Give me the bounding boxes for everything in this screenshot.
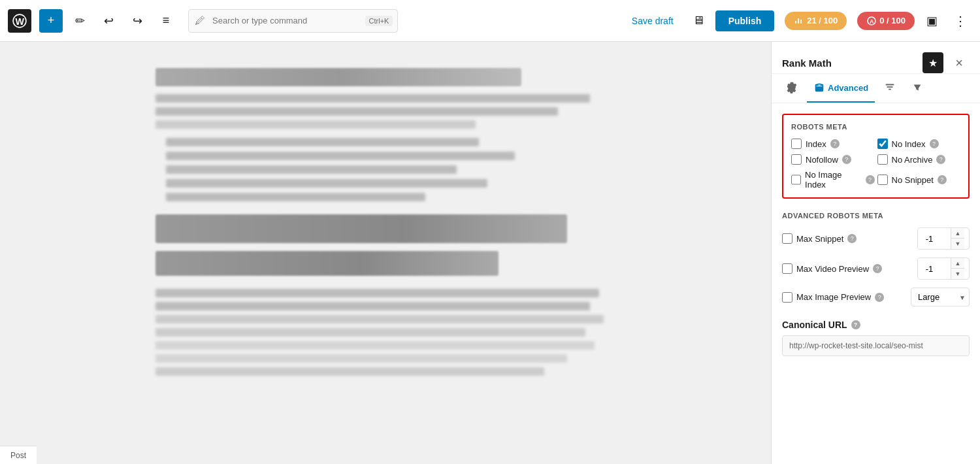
index-checkbox[interactable] — [791, 139, 802, 149]
index-checkbox-item: Index ? — [791, 139, 875, 149]
max-video-up[interactable]: ▲ — [951, 258, 964, 269]
content-line — [155, 107, 558, 116]
no-snippet-help-icon[interactable]: ? — [938, 175, 947, 184]
max-video-help-icon[interactable]: ? — [873, 264, 882, 273]
content-line — [155, 367, 544, 376]
max-video-preview-checkbox-item: Max Video Preview ? — [782, 263, 912, 274]
more-options-button[interactable]: ⋮ — [949, 9, 972, 33]
schema-icon — [884, 82, 896, 93]
max-video-preview-label: Max Video Preview — [796, 264, 869, 274]
max-snippet-up[interactable]: ▲ — [951, 228, 964, 239]
list-item — [166, 165, 457, 174]
content-line — [155, 302, 590, 310]
monitor-icon: 🖥 — [693, 14, 704, 27]
max-image-preview-label: Max Image Preview — [796, 292, 871, 302]
search-shortcut: Ctrl+K — [365, 16, 393, 26]
no-snippet-checkbox-item: No Snippet ? — [877, 170, 961, 190]
no-archive-checkbox-item: No Archive ? — [877, 154, 961, 165]
seo-score-label: 21 / 100 — [807, 16, 838, 25]
no-image-index-label: No Image Index — [805, 170, 861, 190]
robots-meta-grid: Index ? No Index ? Nofollow ? — [791, 139, 960, 190]
briefcase-icon — [813, 82, 825, 93]
tab-filter[interactable] — [905, 74, 930, 103]
panel-star-button[interactable]: ★ — [923, 52, 943, 73]
no-archive-label: No Archive — [892, 155, 933, 165]
content-line — [155, 289, 599, 297]
index-label: Index — [806, 139, 826, 149]
no-index-label: No Index — [892, 139, 926, 149]
edit-button[interactable]: ✏ — [68, 9, 91, 33]
redo-button[interactable]: ↪ — [125, 9, 149, 33]
gear-icon — [786, 82, 798, 93]
no-image-index-help-icon[interactable]: ? — [866, 175, 875, 184]
max-snippet-checkbox-item: Max Snippet ? — [782, 233, 912, 244]
star-icon: ★ — [928, 57, 938, 69]
content-block — [155, 68, 613, 376]
panel-title: Rank Math — [782, 58, 917, 69]
undo-button[interactable]: ↩ — [97, 9, 120, 33]
max-image-preview-select[interactable]: None Standard Large — [911, 288, 970, 307]
max-snippet-checkbox[interactable] — [782, 233, 792, 244]
status-bar: Post — [0, 446, 37, 464]
view-button[interactable]: 🖥 — [687, 9, 710, 33]
list-item — [166, 152, 515, 160]
robots-meta-section: ROBOTS META Index ? No Index ? — [782, 114, 970, 199]
add-block-button[interactable]: + — [39, 9, 63, 33]
content-line — [155, 354, 567, 363]
max-video-number: -1 ▲ ▼ — [917, 257, 970, 280]
content-line — [155, 94, 590, 103]
panel-tabs: Advanced — [772, 74, 980, 103]
max-video-preview-checkbox[interactable] — [782, 263, 792, 274]
tools-button[interactable]: ≡ — [154, 9, 178, 33]
max-image-preview-checkbox-item: Max Image Preview ? — [782, 292, 906, 303]
max-image-preview-checkbox[interactable] — [782, 292, 792, 303]
list-item — [166, 179, 487, 188]
canonical-url-input[interactable] — [782, 335, 970, 356]
list-item — [166, 193, 425, 201]
max-snippet-down[interactable]: ▼ — [951, 239, 964, 249]
max-snippet-help-icon[interactable]: ? — [847, 234, 857, 243]
publish-button[interactable]: Publish — [715, 10, 775, 31]
max-video-input[interactable]: -1 — [918, 258, 951, 279]
undo-icon: ↩ — [104, 14, 114, 28]
save-draft-button[interactable]: Save draft — [624, 10, 681, 31]
tab-advanced[interactable]: Advanced — [807, 74, 875, 103]
sidebar-icon: ▣ — [926, 14, 938, 28]
tab-settings[interactable] — [779, 74, 804, 103]
readability-badge[interactable]: A 0 / 100 — [857, 12, 915, 30]
right-panel: Rank Math ★ × Advanced — [771, 42, 980, 464]
no-archive-checkbox[interactable] — [877, 154, 888, 165]
panel-content: ROBOTS META Index ? No Index ? — [772, 103, 980, 464]
nofollow-help-icon[interactable]: ? — [842, 155, 851, 164]
index-help-icon[interactable]: ? — [830, 139, 840, 148]
panel-close-button[interactable]: × — [949, 52, 970, 73]
max-video-down[interactable]: ▼ — [951, 269, 964, 279]
tab-advanced-label: Advanced — [828, 83, 868, 93]
no-archive-help-icon[interactable]: ? — [936, 155, 945, 164]
nofollow-checkbox-item: Nofollow ? — [791, 154, 875, 165]
max-image-help-icon[interactable]: ? — [875, 293, 884, 302]
max-snippet-input[interactable]: -1 — [918, 228, 951, 249]
canonical-url-section: Canonical URL ? — [782, 320, 970, 356]
no-snippet-checkbox[interactable] — [877, 174, 888, 185]
canonical-help-icon[interactable]: ? — [851, 320, 860, 329]
no-snippet-label: No Snippet — [892, 175, 934, 185]
robots-meta-label: ROBOTS META — [791, 123, 960, 131]
no-index-help-icon[interactable]: ? — [930, 139, 939, 148]
heading-2-line2 — [155, 251, 498, 276]
svg-text:A: A — [870, 18, 874, 25]
search-leaf-icon: 🖉 — [195, 15, 205, 27]
tab-schema[interactable] — [877, 74, 902, 103]
search-wrapper: 🖉 Ctrl+K — [188, 9, 398, 33]
tools-icon: ≡ — [163, 14, 170, 27]
wp-logo: W — [8, 9, 31, 33]
status-label: Post — [10, 451, 26, 460]
advanced-robots-meta-section: ADVANCED ROBOTS META Max Snippet ? -1 ▲ … — [782, 212, 970, 307]
nofollow-checkbox[interactable] — [791, 154, 802, 165]
no-image-index-checkbox[interactable] — [791, 174, 801, 185]
no-index-checkbox[interactable] — [877, 139, 888, 149]
seo-score-badge[interactable]: 21 / 100 — [785, 12, 847, 30]
max-snippet-spinner: ▲ ▼ — [951, 228, 964, 249]
nofollow-label: Nofollow — [806, 155, 838, 165]
sidebar-toggle-button[interactable]: ▣ — [920, 9, 943, 33]
